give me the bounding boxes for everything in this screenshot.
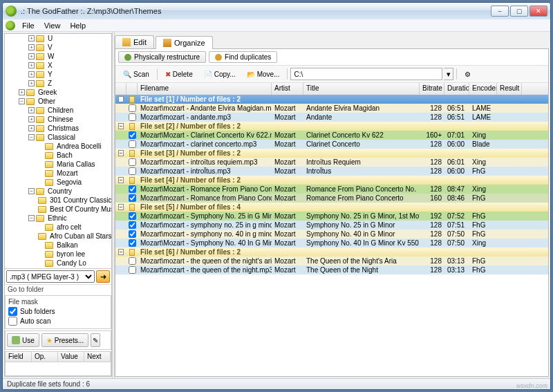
expand-icon[interactable]: + — [28, 53, 35, 59]
file-row[interactable]: Mozart\mozart - symphony no. 40 in g min… — [115, 230, 548, 239]
file-row[interactable]: Mozart\mozart - Andante Elvira Magidan.m… — [115, 104, 548, 113]
row-checkbox[interactable] — [129, 266, 136, 274]
tree-node[interactable]: −Country — [5, 187, 111, 196]
collapse-icon[interactable]: − — [118, 249, 124, 255]
group-header[interactable]: −File set [1] / Number of files : 2 — [115, 95, 548, 104]
file-row[interactable]: Mozart\mozart - symphony no. 25 in g min… — [115, 221, 548, 230]
subtab-duplicates[interactable]: Find duplicates — [209, 51, 277, 63]
move-button[interactable]: 📂Move... — [242, 67, 285, 81]
options-button[interactable]: ⚙ — [460, 67, 476, 81]
file-row[interactable]: Mozart\mozart - Symphony No. 25 in G Min… — [115, 212, 548, 221]
tree-node[interactable]: Mozart — [5, 169, 111, 178]
tree-node[interactable]: −Other — [5, 97, 111, 106]
col-artist[interactable]: Artist — [272, 83, 303, 95]
file-row[interactable]: Mozart\mozart - andante.mp3MozartAndante… — [115, 113, 548, 122]
file-row[interactable]: Mozart\mozart - introïtus requiem.mp3Moz… — [115, 158, 548, 167]
row-checkbox[interactable] — [129, 131, 136, 139]
row-checkbox[interactable] — [129, 104, 136, 112]
use-button[interactable]: Use — [7, 333, 39, 347]
menu-view[interactable]: View — [40, 21, 65, 30]
row-checkbox[interactable] — [129, 140, 136, 148]
goto-folder-label[interactable]: Go to folder — [5, 284, 111, 294]
titlebar[interactable]: .: The GodFather :. Z:\mp3\Other\Themes … — [3, 3, 550, 19]
close-button[interactable]: ✕ — [529, 6, 547, 17]
expand-icon[interactable]: + — [28, 71, 35, 77]
expand-icon[interactable]: − — [28, 134, 35, 140]
tree-node[interactable]: eason chan — [5, 268, 111, 268]
col-value[interactable]: Value — [58, 352, 84, 362]
tree-node[interactable]: Andrea Bocelli — [5, 142, 111, 151]
tree-node[interactable]: +U — [5, 34, 111, 43]
tree-node[interactable]: +X — [5, 61, 111, 70]
expand-icon[interactable]: − — [19, 98, 25, 104]
group-header[interactable]: −File set [6] / Number of files : 2 — [115, 248, 548, 256]
file-row[interactable]: Mozart\Mozart - Symphony No. 40 In G Min… — [115, 239, 548, 248]
scan-button[interactable]: 🔍Scan — [118, 67, 154, 81]
file-row[interactable]: Mozart\mozart - the queen of the night.m… — [115, 265, 548, 274]
tab-edit[interactable]: Edit — [115, 35, 154, 48]
tree-node[interactable]: Segovia — [5, 178, 111, 187]
minimize-button[interactable]: – — [491, 6, 509, 17]
expand-icon[interactable]: − — [28, 215, 35, 221]
tree-node[interactable]: −Classical — [5, 133, 111, 142]
expand-icon[interactable]: + — [28, 35, 35, 41]
row-checkbox[interactable] — [129, 167, 136, 175]
tree-node[interactable]: −Ethnic — [5, 214, 111, 223]
file-row[interactable]: Mozart\Mozart - Romance From Piano Conce… — [115, 185, 548, 194]
col-op[interactable]: Op. — [32, 352, 58, 362]
col-bitrate[interactable]: Bitrate — [420, 83, 444, 95]
row-checkbox[interactable] — [129, 194, 136, 202]
tree-node[interactable]: byron lee — [5, 250, 111, 259]
col-title[interactable]: Title — [303, 83, 420, 95]
group-header[interactable]: −File set [5] / Number of files : 4 — [115, 203, 548, 212]
tree-node[interactable]: Best Of Country Music — [5, 205, 111, 214]
row-checkbox[interactable] — [129, 212, 136, 220]
tree-node[interactable]: Maria Callas — [5, 160, 111, 169]
delete-button[interactable]: ✖Delete — [160, 67, 198, 81]
row-checkbox[interactable] — [129, 185, 136, 193]
row-checkbox[interactable] — [129, 221, 136, 229]
menu-help[interactable]: Help — [66, 21, 90, 30]
expand-icon[interactable]: + — [28, 44, 35, 50]
file-row[interactable]: Mozart\mozart - the queen of the night's… — [115, 256, 548, 265]
row-checkbox[interactable] — [129, 257, 136, 265]
subfolders-checkbox[interactable]: Sub folders — [8, 307, 108, 316]
tab-organize[interactable]: Organize — [156, 36, 213, 49]
file-row[interactable]: Mozart\mozart - introÏtus.mp3MozartIntro… — [115, 167, 548, 176]
expand-icon[interactable]: + — [28, 125, 35, 131]
tree-node[interactable]: +Christmas — [5, 124, 111, 133]
tree-node[interactable]: Afro Cuban all Stars — [5, 232, 111, 241]
file-grid[interactable]: Filename Artist Title Bitrate Duratio En… — [115, 83, 548, 376]
tree-node[interactable]: Balkan — [5, 241, 111, 250]
file-row[interactable]: Mozart\mozart - clarinet concerto.mp3Moz… — [115, 140, 548, 149]
col-field[interactable]: Field — [6, 352, 32, 362]
col-filename[interactable]: Filename — [138, 83, 272, 95]
folder-tree[interactable]: +U+V+W+X+Y+Z+Greek−Other+Children+Chines… — [5, 34, 111, 268]
expand-icon[interactable]: + — [28, 107, 35, 113]
tree-node[interactable]: Bach — [5, 151, 111, 160]
autoscan-checkbox[interactable]: Auto scan — [8, 317, 108, 326]
go-button[interactable]: ➜ — [96, 270, 110, 283]
tree-node[interactable]: afro celt — [5, 223, 111, 232]
expand-icon[interactable]: + — [28, 116, 35, 122]
expand-icon[interactable]: − — [28, 188, 35, 194]
tree-node[interactable]: 301 Country Classics — [5, 196, 111, 205]
col-next[interactable]: Next — [84, 352, 111, 362]
tree-node[interactable]: +W — [5, 52, 111, 61]
col-encoder[interactable]: Encoder — [469, 83, 497, 95]
expand-icon[interactable]: + — [19, 89, 25, 95]
row-checkbox[interactable] — [129, 230, 136, 238]
maximize-button[interactable]: ▢ — [510, 6, 528, 17]
subtab-restructure[interactable]: Physically restructure — [118, 51, 206, 63]
file-row[interactable]: Mozart\mozart - Romance from Piano Conce… — [115, 194, 548, 203]
copy-button[interactable]: 📄Copy... — [199, 67, 241, 81]
group-header[interactable]: −File set [4] / Number of files : 2 — [115, 176, 548, 185]
tree-node[interactable]: +V — [5, 43, 111, 52]
row-checkbox[interactable] — [129, 113, 136, 121]
col-duration[interactable]: Duratio — [444, 83, 469, 95]
tree-node[interactable]: +Greek — [5, 88, 111, 97]
format-select[interactable]: .mp3 ( MPEG layer-3 ) — [6, 270, 95, 283]
collapse-icon[interactable]: − — [118, 150, 124, 156]
collapse-icon[interactable]: − — [118, 177, 124, 183]
expand-icon[interactable]: + — [28, 62, 35, 68]
